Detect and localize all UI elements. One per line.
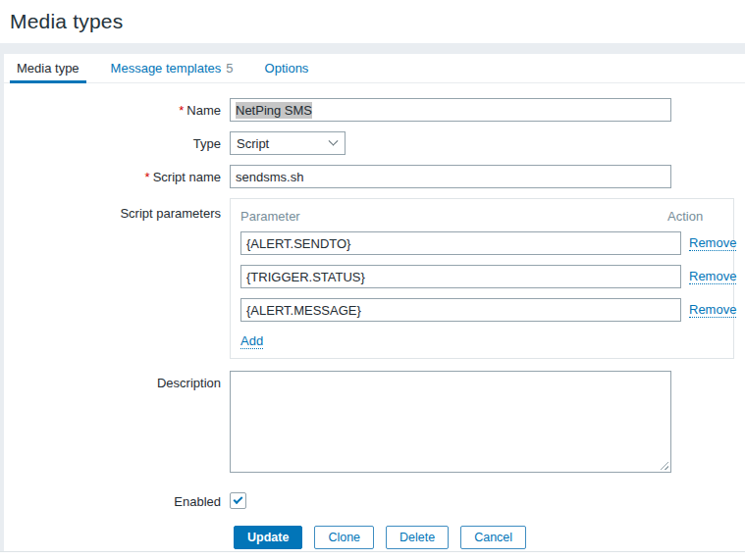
page-title: Media types (10, 10, 123, 33)
media-type-form-container: Media type Message templates 5 Options *… (4, 54, 745, 551)
script-name-label: *Script name (4, 165, 230, 188)
enabled-label: Enabled (4, 490, 230, 509)
parameter-column-header: Parameter (240, 209, 667, 224)
tab-bar: Media type Message templates 5 Options (4, 54, 745, 83)
type-select-value: Script (237, 136, 269, 151)
resize-handle-icon[interactable] (660, 461, 668, 470)
tab-message-templates[interactable]: Message templates 5 (104, 54, 240, 82)
script-parameters-table: Parameter Action Remove Remove Remove (230, 198, 734, 359)
enabled-checkbox[interactable] (230, 492, 246, 509)
remove-parameter-link[interactable]: Remove (689, 235, 736, 251)
script-name-row: *Script name (4, 165, 745, 188)
type-select[interactable]: Script (230, 131, 346, 155)
chevron-down-icon (329, 135, 339, 145)
message-templates-count-badge: 5 (226, 61, 233, 76)
update-button[interactable]: Update (234, 526, 302, 549)
checkmark-icon (234, 494, 243, 504)
action-column-header: Action (667, 209, 723, 224)
name-input-selected-value: NetPing SMS (236, 102, 312, 119)
parameter-row: Remove (240, 231, 723, 255)
description-row: Description (4, 371, 745, 473)
script-parameters-row: Script parameters Parameter Action Remov… (4, 198, 745, 359)
tab-media-type-label: Media type (17, 61, 80, 76)
tab-options-label: Options (265, 61, 309, 76)
clone-button[interactable]: Clone (314, 526, 374, 549)
parameter-row: Remove (240, 265, 723, 288)
type-row: Type Script (4, 131, 745, 155)
description-label: Description (4, 371, 230, 473)
content-wrapper: Media type Message templates 5 Options *… (0, 54, 745, 552)
media-type-form: *Name NetPing SMS Type Script *Script na… (4, 83, 745, 549)
page-header: Media types (0, 0, 745, 43)
type-label: Type (4, 131, 230, 155)
background-band (0, 43, 745, 54)
required-asterisk: * (145, 170, 150, 184)
tab-options[interactable]: Options (258, 54, 316, 82)
name-input[interactable]: NetPing SMS (230, 98, 671, 122)
script-name-input[interactable] (230, 165, 671, 188)
form-footer: Update Clone Delete Cancel (234, 526, 745, 549)
name-label: *Name (4, 98, 230, 122)
required-asterisk: * (179, 103, 184, 118)
description-textarea[interactable] (230, 371, 671, 473)
remove-parameter-link[interactable]: Remove (689, 302, 736, 318)
parameter-input[interactable] (240, 265, 681, 288)
name-row: *Name NetPing SMS (4, 98, 745, 122)
delete-button[interactable]: Delete (386, 526, 449, 549)
parameter-input[interactable] (240, 298, 681, 322)
script-parameters-label: Script parameters (4, 198, 230, 359)
parameter-row: Remove (240, 298, 723, 322)
add-parameter-link[interactable]: Add (240, 333, 263, 349)
tab-media-type[interactable]: Media type (10, 54, 86, 82)
cancel-button[interactable]: Cancel (460, 526, 526, 549)
enabled-row: Enabled (4, 490, 745, 509)
parameter-input[interactable] (240, 231, 681, 255)
tab-message-templates-label: Message templates (111, 61, 222, 76)
script-parameters-header: Parameter Action (240, 209, 723, 224)
remove-parameter-link[interactable]: Remove (689, 269, 736, 284)
